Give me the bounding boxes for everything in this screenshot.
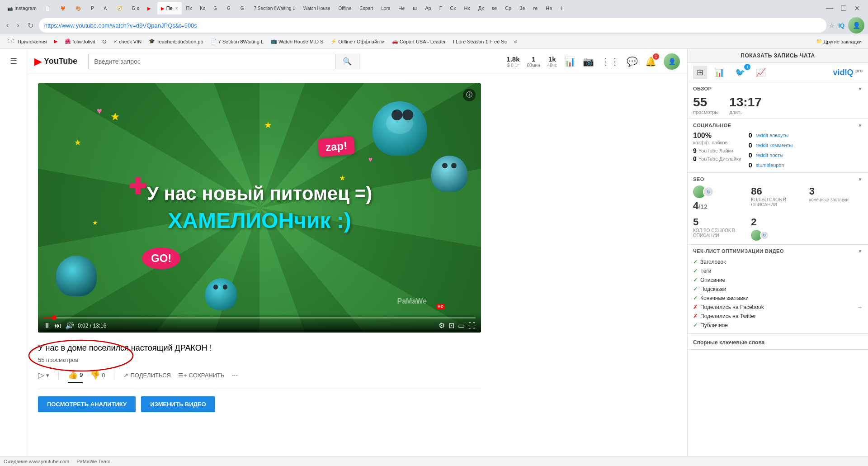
bm-others[interactable]: 📁 Другие закладки [813, 38, 864, 45]
pause-button[interactable]: ⏸ [43, 322, 51, 330]
tab-sh[interactable]: ш [409, 2, 420, 14]
vidiq-social-header[interactable]: СОЦИАЛЬНОЕ ▼ [693, 123, 863, 128]
vidiq-tab-twitter[interactable]: 🐦 1 [731, 66, 749, 79]
tab-youtube[interactable]: ▶ [144, 2, 156, 14]
progress-bar[interactable] [43, 317, 476, 319]
tab-pka[interactable]: Пк [183, 2, 196, 14]
volume-button[interactable]: 🔊 [65, 321, 74, 330]
tab-figma[interactable]: 🎨 [72, 2, 86, 14]
iq-icon[interactable]: IQ [838, 22, 844, 29]
hamburger-icon[interactable]: ☰ [6, 52, 21, 70]
check-label-1: Заголовок [700, 259, 726, 265]
search-input[interactable] [89, 58, 335, 65]
analytics-button[interactable]: ПОСМОТРЕТЬ АНАЛИТИКУ [38, 396, 136, 412]
vidiq-tab-chart[interactable]: 📈 [752, 66, 769, 79]
vidiq-checklist-header[interactable]: ЧЕК-ЛИСТ ОПТИМИЗАЦИИ ВИДЕО ▼ [693, 248, 863, 254]
bm-more[interactable]: » [511, 38, 519, 45]
vidiq-overview-header[interactable]: ОБЗОР ▼ [693, 86, 863, 91]
theater-button[interactable]: ▭ [458, 321, 465, 330]
maximize-button[interactable]: ☐ [838, 3, 849, 14]
tab-g2[interactable]: G [223, 2, 236, 14]
tab-ar[interactable]: Ар [421, 2, 434, 14]
settings-button[interactable]: ⚙ [439, 321, 445, 330]
tab-offline[interactable]: Offline [335, 2, 355, 14]
bar-chart-icon[interactable]: 📊 [564, 56, 576, 67]
tab-instagram[interactable]: 📷Instagram [4, 2, 40, 14]
tab-ne[interactable]: Не [395, 2, 408, 14]
minimize-button[interactable]: — [823, 3, 836, 14]
channel-avatar[interactable]: 👤 [664, 53, 680, 70]
tab-dk[interactable]: Дк [475, 2, 487, 14]
save-button[interactable]: ☰+ СОХРАНИТЬ [178, 372, 225, 379]
new-tab-button[interactable]: + [557, 4, 566, 12]
chat-icon[interactable]: 💬 [627, 56, 638, 67]
tab-3e[interactable]: 3е [516, 2, 528, 14]
info-button[interactable]: ⓘ [463, 89, 476, 101]
user-avatar[interactable]: 👤 [848, 17, 864, 33]
bell-icon[interactable]: 🔔 [645, 56, 656, 67]
url-bar[interactable]: https://www.youtube.com/watch?v=d9VQpanJ… [39, 18, 827, 33]
bm-google[interactable]: G [99, 38, 109, 45]
bm-copart[interactable]: 🚗Copart USA - Leader [389, 38, 448, 45]
vidiq-chat-header[interactable]: ПОКАЗАТЬ ЗАПИСЬ ЧАТА [688, 49, 868, 63]
tab-p[interactable]: P [87, 2, 99, 14]
fullscreen-button[interactable]: ⛶ [468, 322, 476, 330]
metric-duration: 13:17 длит.. [729, 95, 762, 115]
tab-active[interactable]: ▶Пе × [157, 2, 182, 14]
tab-ke[interactable]: ке [488, 2, 500, 14]
yt-logo[interactable]: ▶ YouTube [34, 56, 77, 67]
tab-ko[interactable]: Кс [196, 2, 209, 14]
dislike-button[interactable]: 👎 0 [90, 367, 105, 383]
search-button[interactable]: 🔍 [335, 54, 359, 69]
send-button[interactable]: ▷ ▾ [38, 367, 49, 383]
bm-folivit[interactable]: 🌺folivitfolivit [62, 38, 98, 45]
facebook-arrow-icon[interactable]: → [857, 304, 863, 310]
tab-gsh[interactable]: Г [436, 2, 446, 14]
tab-ne2[interactable]: Не [542, 2, 556, 14]
star-deco-3: ★ [92, 219, 98, 226]
bm-apps-label: Приложения [18, 39, 47, 44]
video-player[interactable]: ★ ★ ★ ★ ★ ♥ ♥ zap! ✚ У нас новый пит [38, 83, 481, 333]
star-deco-1: ★ [110, 110, 120, 123]
forward-button[interactable]: › [14, 20, 22, 30]
tab-sk[interactable]: Ск [447, 2, 460, 14]
tab-g1[interactable]: G [210, 2, 222, 14]
back-button[interactable]: ‹ [4, 20, 11, 30]
bm-apps[interactable]: ⋮⋮ Приложения [4, 38, 49, 45]
vidiq-tab-grid[interactable]: ⊞ [693, 66, 707, 79]
tab-ge[interactable]: ге [529, 2, 541, 14]
bm-watch[interactable]: 📺Watch House M.D S [268, 38, 326, 45]
tab-section[interactable]: 7 Section 8Waiting L [250, 2, 299, 14]
bm-section[interactable]: 📄7 Section 8Waiting L [208, 38, 266, 45]
bm-lore[interactable]: ILore Season 1 Free Sc [450, 38, 509, 45]
like-button[interactable]: 👍 9 [68, 367, 83, 383]
more-button[interactable]: ⋯ [232, 372, 238, 379]
tab-nh[interactable]: Нх [460, 2, 473, 14]
tab-g3[interactable]: G [237, 2, 250, 14]
vidiq-seo-header[interactable]: SEO ▼ [693, 176, 863, 182]
tab-lore[interactable]: Lore [377, 2, 394, 14]
share-button[interactable]: ↗ ПОДЕЛИТЬСЯ [123, 372, 170, 379]
tab-docs[interactable]: 📄 [41, 2, 56, 14]
bm-checkvin[interactable]: ✓check VIN [111, 38, 144, 45]
edit-button[interactable]: ИЗМЕНИТЬ ВИДЕО [141, 396, 215, 412]
star-icon[interactable]: ☆ [829, 22, 835, 29]
refresh-button[interactable]: ↻ [25, 20, 36, 31]
tab-cr[interactable]: Ср [501, 2, 515, 14]
tab-bk[interactable]: Бк [128, 2, 142, 14]
miniplayer-button[interactable]: ⊡ [448, 321, 454, 330]
tab-copart[interactable]: Copart [356, 2, 377, 14]
camera-icon[interactable]: 📷 [583, 56, 594, 67]
skip-button[interactable]: ⏭ [54, 322, 61, 330]
tab-fox[interactable]: 🦊 [57, 2, 71, 14]
tab-ads[interactable]: A [100, 2, 113, 14]
bm-youtube[interactable]: ▶ [51, 38, 60, 45]
bm-teacher[interactable]: 🎓TeacherEducation.po [146, 38, 206, 45]
bm-offline[interactable]: ⚡Offline / Оффлайн м [328, 38, 387, 45]
tab-watch[interactable]: Watch House [300, 2, 334, 14]
tab-safari[interactable]: 🧭 [113, 2, 127, 14]
vidiq-tab-bar[interactable]: 📊 [711, 66, 728, 79]
grid-icon[interactable]: ⋮⋮ [601, 56, 619, 67]
video-controls: ⏸ ⏭ 🔊 0:02 / 13:16 ⚙ ⊡ [38, 314, 481, 333]
close-button[interactable]: ✕ [851, 3, 863, 14]
